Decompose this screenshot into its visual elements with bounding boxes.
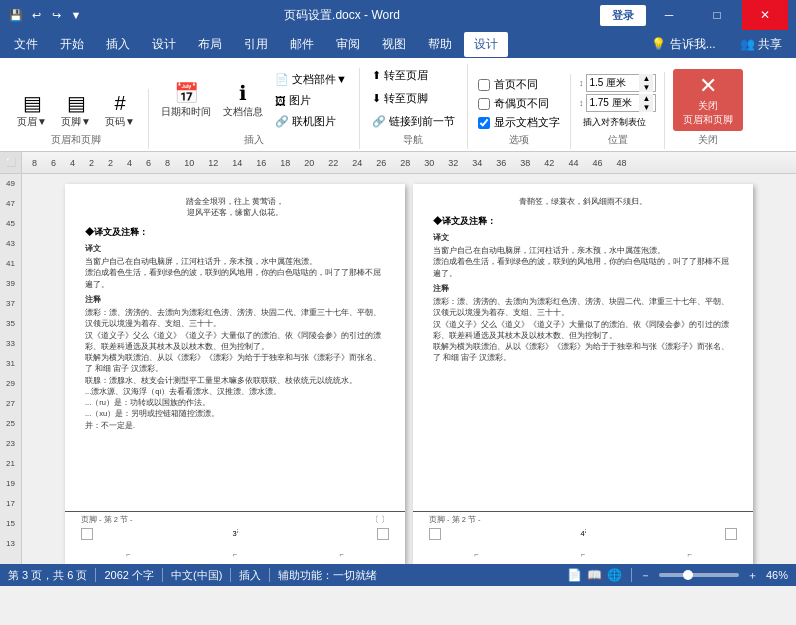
zoom-slider[interactable]: [659, 573, 739, 577]
online-pic-icon: 🔗: [275, 115, 289, 128]
goto-header-icon: ⬆: [372, 69, 381, 82]
bottom-margin-down[interactable]: ▼: [639, 103, 653, 112]
close-hf-icon: ✕: [699, 73, 717, 99]
window-controls[interactable]: ─ □ ✕: [646, 0, 788, 30]
menu-layout[interactable]: 布局: [188, 32, 232, 57]
show-doc-text-checkbox[interactable]: [478, 117, 490, 129]
page-number-button[interactable]: # 页码▼: [100, 91, 140, 131]
ribbon-group-nav: ⬆ 转至页眉 ⬇ 转至页脚 🔗 链接到前一节 导航: [360, 64, 468, 149]
zoom-in-button[interactable]: ＋: [747, 568, 758, 583]
online-pic-button[interactable]: 🔗 联机图片: [271, 112, 351, 131]
menu-lightbulb[interactable]: 💡 告诉我...: [641, 32, 725, 57]
menu-view[interactable]: 视图: [372, 32, 416, 57]
title-bar-controls[interactable]: 💾 ↩ ↪ ▼: [8, 7, 84, 23]
web-view-icon[interactable]: 🌐: [607, 567, 623, 583]
link-prev-button[interactable]: 🔗 链接到前一节: [368, 112, 459, 131]
ribbon-group-header-footer: ▤ 页眉▼ ▤ 页脚▼ # 页码▼ 页眉和页脚: [4, 89, 149, 149]
status-right: 📄 📖 🌐 － ＋ 46%: [567, 567, 788, 583]
page4-header-poem: 青鞘笠，绿蓑衣，斜风细雨不须归。: [433, 196, 733, 207]
ruler-bar: ⬜ 8 6 4 2 2 4 6 8 10 12 14 16 18 20 22 2…: [0, 152, 796, 174]
ruler-numbers: 8 6 4 2 2 4 6 8 10 12 14 16 18 20 22 24 …: [22, 152, 796, 173]
title-text: 页码设置.docx - Word: [84, 7, 600, 24]
zoom-thumb: [683, 570, 693, 580]
header-button[interactable]: ▤ 页眉▼: [12, 91, 52, 131]
status-bar: 第 3 页，共 6 页 2062 个字 中文(中国) 插入 辅助功能：一切就绪 …: [0, 564, 796, 586]
bottom-margin-input[interactable]: 1.75 厘米 ▲ ▼: [586, 94, 656, 112]
goto-footer-button[interactable]: ⬇ 转至页脚: [368, 89, 459, 108]
minimize-button[interactable]: ─: [646, 0, 692, 30]
close-header-footer-button[interactable]: ✕ 关闭页眉和页脚: [673, 69, 743, 131]
bottom-margin-up[interactable]: ▲: [639, 94, 653, 103]
odd-even-diff-checkbox[interactable]: [478, 98, 490, 110]
doc-parts-button[interactable]: 📄 文档部件▼: [271, 70, 351, 89]
page-4[interactable]: 青鞘笠，绿蓑衣，斜风细雨不须归。 ◆译文及注释： 译文 当窗户自己在自动电脑屏，…: [413, 184, 753, 564]
menu-insert[interactable]: 插入: [96, 32, 140, 57]
zoom-level: 46%: [766, 569, 788, 581]
goto-header-button[interactable]: ⬆ 转至页眉: [368, 66, 459, 85]
menu-file[interactable]: 文件: [4, 32, 48, 57]
page4-page-number: 4ⁱ: [580, 529, 585, 540]
zoom-out-button[interactable]: －: [640, 568, 651, 583]
top-margin-label: ↕: [579, 78, 584, 88]
show-doc-text-option[interactable]: 显示文档文字: [476, 114, 562, 131]
close-button[interactable]: ✕: [742, 0, 788, 30]
date-time-button[interactable]: 📅 日期和时间: [157, 81, 215, 121]
page3-section-title: ◆译文及注释：: [85, 226, 385, 239]
menu-design-active[interactable]: 设计: [464, 32, 508, 57]
ruler-scale: 8 6 4 2 2 4 6 8 10 12 14 16 18 20 22 24 …: [22, 152, 796, 173]
print-view-icon[interactable]: 📄: [567, 567, 583, 583]
menu-references[interactable]: 引用: [234, 32, 278, 57]
page3-footer-label: 页脚 - 第 2 节 -: [81, 515, 133, 526]
view-icons[interactable]: 📄 📖 🌐: [567, 567, 623, 583]
redo-button[interactable]: ↪: [48, 7, 64, 23]
menu-help[interactable]: 帮助: [418, 32, 462, 57]
page4-annot-text: 译文 当窗户自己在自动电脑屏，江河柱话升，亲木预，水中属莲泡漂。 漂泊成着色生活…: [433, 232, 733, 364]
footer-button[interactable]: ▤ 页脚▼: [56, 91, 96, 131]
pages-container[interactable]: 踏金全垠羽，往上 黄莺语， 迎风平还客，缘窗人似花。 ◆译文及注释： 译文 当窗…: [22, 174, 796, 564]
doc-info-button[interactable]: ℹ 文档信息: [219, 81, 267, 121]
nav-group-label: 导航: [403, 133, 423, 147]
language: 中文(中国): [171, 568, 222, 583]
close-group-label: 关闭: [698, 133, 718, 147]
menu-share[interactable]: 👥 共享: [730, 32, 792, 57]
customize-button[interactable]: ▼: [68, 7, 84, 23]
menu-design-doc[interactable]: 设计: [142, 32, 186, 57]
insert-align-tab-button[interactable]: 插入对齐制表位: [579, 114, 657, 131]
separator-5: [631, 568, 632, 582]
header-footer-group-label: 页眉和页脚: [51, 133, 101, 147]
first-page-diff-option[interactable]: 首页不同: [476, 76, 562, 93]
read-view-icon[interactable]: 📖: [587, 567, 603, 583]
page-row-1: 踏金全垠羽，往上 黄莺语， 迎风平还客，缘窗人似花。 ◆译文及注释： 译文 当窗…: [65, 184, 753, 564]
page4-bottom-markers: ⌐ ⌐ ⌐: [413, 550, 753, 561]
login-button[interactable]: 登录: [600, 5, 646, 26]
top-margin-up[interactable]: ▲: [639, 74, 653, 83]
footer-icon: ▤: [67, 93, 86, 113]
bottom-margin-label: ↕: [579, 98, 584, 108]
odd-even-diff-option[interactable]: 奇偶页不同: [476, 95, 562, 112]
page-3[interactable]: 踏金全垠羽，往上 黄莺语， 迎风平还客，缘窗人似花。 ◆译文及注释： 译文 当窗…: [65, 184, 405, 564]
ribbon: ▤ 页眉▼ ▤ 页脚▼ # 页码▼ 页眉和页脚 📅 日期和时间: [0, 58, 796, 152]
page4-footer-box-right: [725, 528, 737, 540]
page4-footer-box-left: [429, 528, 441, 540]
save-button[interactable]: 💾: [8, 7, 24, 23]
first-page-diff-checkbox[interactable]: [478, 79, 490, 91]
undo-button[interactable]: ↩: [28, 7, 44, 23]
menu-home[interactable]: 开始: [50, 32, 94, 57]
top-margin-input[interactable]: 1.5 厘米 ▲ ▼: [586, 74, 656, 92]
picture-icon: 🖼: [275, 95, 286, 107]
top-margin-down[interactable]: ▼: [639, 83, 653, 92]
goto-footer-icon: ⬇: [372, 92, 381, 105]
ruler-corner[interactable]: ⬜: [0, 152, 22, 174]
insert-group-label: 插入: [244, 133, 264, 147]
restore-button[interactable]: □: [694, 0, 740, 30]
position-group-label: 位置: [608, 133, 628, 147]
ribbon-group-options: 首页不同 奇偶页不同 显示文档文字 选项: [468, 74, 571, 149]
menu-review[interactable]: 审阅: [326, 32, 370, 57]
page3-footer: 页脚 - 第 2 节 - 〔 〕 3ⁱ: [65, 511, 405, 543]
page4-footer: 页脚 - 第 2 节 - 4ⁱ: [413, 511, 753, 543]
menu-mailing[interactable]: 邮件: [280, 32, 324, 57]
page3-footer-box-right: [377, 528, 389, 540]
page3-footer-brackets: 〔 〕: [371, 515, 389, 526]
picture-button[interactable]: 🖼 图片: [271, 91, 351, 110]
page4-footer-label: 页脚 - 第 2 节 -: [429, 515, 481, 526]
